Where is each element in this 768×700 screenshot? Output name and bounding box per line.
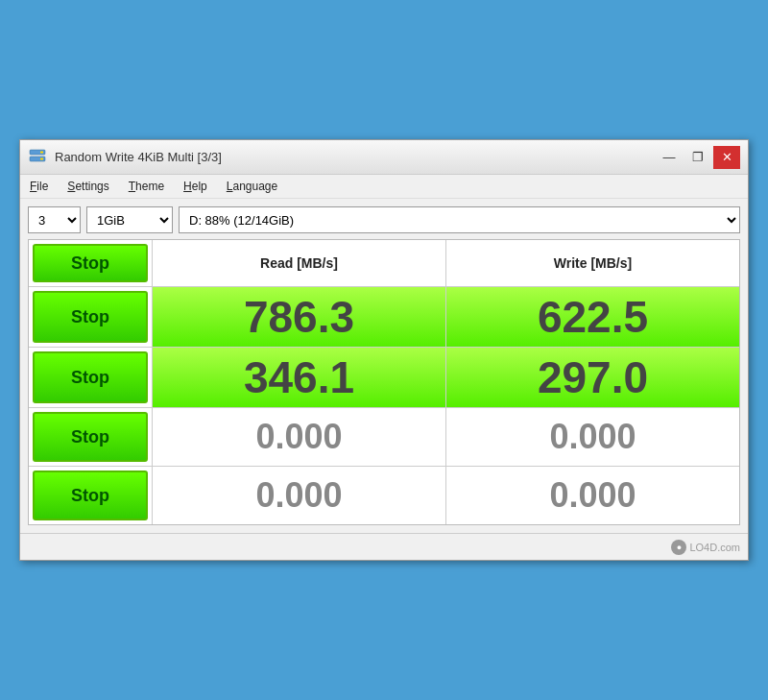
watermark: ● LO4D.com	[671, 540, 740, 555]
write-header: Write [MB/s]	[445, 240, 739, 286]
title-bar-left: Random Write 4KiB Multi [3/3]	[28, 148, 222, 167]
menu-language[interactable]: Language	[223, 178, 281, 195]
read-value-1: 786.3	[152, 287, 445, 347]
read-header: Read [MB/s]	[152, 240, 445, 286]
stop-button-1[interactable]: Stop	[33, 291, 148, 343]
read-value-2: 346.1	[152, 348, 445, 407]
write-value-3: 0.000	[445, 408, 739, 466]
write-value-4: 0.000	[445, 467, 739, 524]
table-row: Stop 0.000 0.000	[29, 467, 739, 524]
read-value-3: 0.000	[152, 408, 445, 466]
size-select[interactable]: 1GiB 512MiB 2GiB 4GiB	[86, 206, 173, 233]
window-title: Random Write 4KiB Multi [3/3]	[55, 150, 222, 164]
queue-select[interactable]: 3 1 2 4 5	[28, 206, 81, 233]
data-grid: Stop Read [MB/s] Write [MB/s] Stop 786.3…	[28, 239, 740, 525]
table-row: Stop 0.000 0.000	[29, 408, 739, 467]
header-row: Stop Read [MB/s] Write [MB/s]	[29, 240, 739, 287]
read-value-4: 0.000	[152, 467, 445, 524]
stop-button-4[interactable]: Stop	[33, 471, 148, 520]
status-bar: ● LO4D.com	[20, 533, 748, 560]
svg-rect-2	[40, 151, 43, 153]
main-content: 3 1 2 4 5 1GiB 512MiB 2GiB 4GiB D: 88% (…	[20, 199, 748, 533]
main-window: Random Write 4KiB Multi [3/3] — ❐ ✕ File…	[19, 139, 749, 561]
minimize-button[interactable]: —	[656, 146, 683, 169]
close-button[interactable]: ✕	[713, 146, 740, 169]
stop-button-header[interactable]: Stop	[33, 244, 148, 282]
menu-settings[interactable]: Settings	[63, 178, 112, 195]
write-value-2: 297.0	[445, 348, 739, 407]
window-controls: — ❐ ✕	[656, 146, 740, 169]
menu-help[interactable]: Help	[180, 178, 211, 195]
menu-file[interactable]: File	[26, 178, 52, 195]
maximize-button[interactable]: ❐	[684, 146, 711, 169]
menu-bar: File Settings Theme Help Language	[20, 175, 748, 199]
app-icon	[28, 148, 47, 167]
watermark-icon: ●	[671, 540, 686, 555]
toolbar: 3 1 2 4 5 1GiB 512MiB 2GiB 4GiB D: 88% (…	[28, 206, 740, 233]
watermark-text: LO4D.com	[689, 542, 740, 553]
title-bar: Random Write 4KiB Multi [3/3] — ❐ ✕	[20, 140, 748, 175]
svg-rect-3	[40, 157, 43, 159]
table-row: Stop 346.1 297.0	[29, 348, 739, 408]
write-value-1: 622.5	[445, 287, 739, 347]
drive-select[interactable]: D: 88% (12/14GiB) C:	[179, 206, 740, 233]
stop-button-3[interactable]: Stop	[33, 412, 148, 462]
menu-theme[interactable]: Theme	[125, 178, 168, 195]
table-row: Stop 786.3 622.5	[29, 287, 739, 348]
stop-button-2[interactable]: Stop	[33, 351, 148, 403]
